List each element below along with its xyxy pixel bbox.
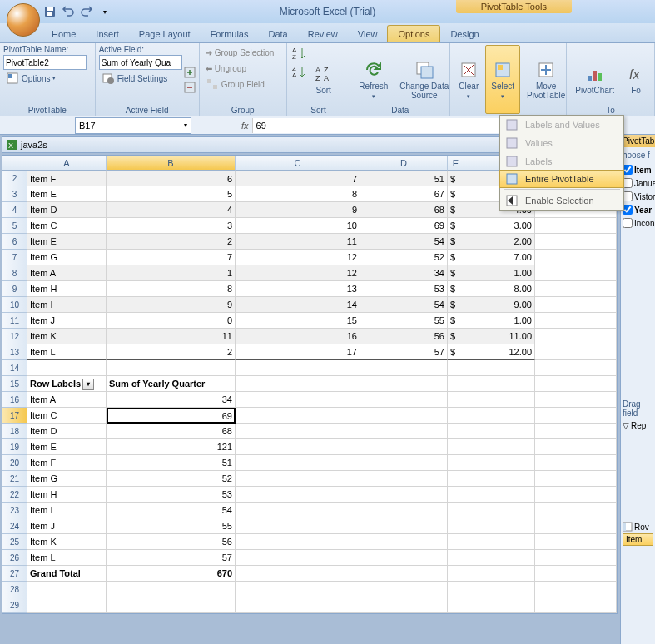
cell[interactable]: 7 xyxy=(236,171,360,186)
tab-review[interactable]: Review xyxy=(298,26,348,42)
cell[interactable]: Item F xyxy=(27,171,107,186)
cell[interactable]: 4 xyxy=(107,202,236,218)
cell[interactable]: $ xyxy=(448,329,464,344)
row-header[interactable]: 2 xyxy=(2,171,27,186)
cell[interactable] xyxy=(448,582,464,597)
col-header-E[interactable]: E xyxy=(448,156,464,171)
cell[interactable] xyxy=(236,550,360,566)
cell[interactable] xyxy=(464,455,535,471)
cell[interactable]: 3.00 xyxy=(464,218,535,234)
cell[interactable] xyxy=(464,392,535,408)
pivot-options-button[interactable]: Options ▾ xyxy=(3,71,87,86)
cell[interactable]: 11 xyxy=(236,234,360,250)
cell[interactable]: Item A xyxy=(27,392,107,408)
cell[interactable] xyxy=(448,597,464,613)
cell[interactable] xyxy=(448,408,464,424)
field-settings-button[interactable]: Field Settings xyxy=(99,71,182,86)
cell[interactable] xyxy=(448,455,464,471)
pivot-name-input[interactable] xyxy=(3,55,87,70)
cell[interactable] xyxy=(535,424,617,439)
cell[interactable]: 51 xyxy=(360,171,448,186)
cell[interactable]: Item I xyxy=(27,503,107,518)
cell[interactable]: 53 xyxy=(360,281,448,297)
cell[interactable]: 68 xyxy=(360,202,448,218)
cell[interactable] xyxy=(236,582,360,597)
cell[interactable]: 54 xyxy=(360,297,448,313)
cell[interactable]: 67 xyxy=(360,186,448,202)
cell[interactable]: 0 xyxy=(107,313,236,329)
cell[interactable]: 53 xyxy=(107,487,236,503)
cell[interactable] xyxy=(464,503,535,518)
pivot-values-header[interactable]: Sum of Yearly Quarter xyxy=(107,376,236,392)
cell[interactable] xyxy=(535,597,617,613)
cell[interactable]: 2 xyxy=(107,344,236,360)
col-header-B[interactable]: B xyxy=(107,156,236,171)
row-header[interactable]: 6 xyxy=(2,234,27,250)
save-icon[interactable] xyxy=(42,3,58,20)
cell[interactable]: $ xyxy=(448,171,464,186)
cell[interactable]: 57 xyxy=(107,550,236,566)
cell[interactable] xyxy=(535,566,617,582)
row-header[interactable]: 11 xyxy=(2,313,27,329)
cell[interactable]: 54 xyxy=(360,234,448,250)
tab-insert[interactable]: Insert xyxy=(86,26,129,42)
cell[interactable] xyxy=(448,376,464,392)
cell[interactable]: 9.00 xyxy=(464,297,535,313)
cell[interactable] xyxy=(535,313,617,329)
cell[interactable]: $ xyxy=(448,297,464,313)
cell[interactable] xyxy=(107,597,236,613)
cell[interactable] xyxy=(236,566,360,582)
cell[interactable] xyxy=(464,439,535,455)
cell[interactable] xyxy=(448,518,464,534)
cell[interactable] xyxy=(535,360,617,376)
field-check-item[interactable]: Item xyxy=(623,163,653,176)
row-header[interactable]: 8 xyxy=(2,265,27,281)
cell[interactable] xyxy=(464,360,535,376)
row-header[interactable]: 21 xyxy=(2,471,27,487)
cell[interactable]: Item E xyxy=(27,186,107,202)
cell[interactable] xyxy=(448,471,464,487)
row-header[interactable]: 5 xyxy=(2,218,27,234)
grand-total-value[interactable]: 670 xyxy=(107,566,236,582)
cell[interactable]: Item E xyxy=(27,234,107,250)
row-header[interactable]: 27 xyxy=(2,566,27,582)
row-header[interactable]: 19 xyxy=(2,439,27,455)
cell[interactable]: 56 xyxy=(360,329,448,344)
cell[interactable]: 1.00 xyxy=(464,313,535,329)
row-field-item[interactable]: Item xyxy=(623,533,653,546)
redo-icon[interactable] xyxy=(78,3,95,20)
row-header[interactable]: 16 xyxy=(2,392,27,408)
cell[interactable] xyxy=(360,550,448,566)
undo-icon[interactable] xyxy=(60,3,77,20)
row-header[interactable]: 23 xyxy=(2,503,27,518)
cell[interactable]: Item L xyxy=(27,344,107,360)
cell[interactable] xyxy=(535,344,617,360)
cell[interactable] xyxy=(236,360,360,376)
cell[interactable] xyxy=(535,455,617,471)
cell[interactable] xyxy=(236,376,360,392)
menu-enable-selection[interactable]: Enable Selection xyxy=(500,191,623,210)
cell[interactable]: 9 xyxy=(236,202,360,218)
cell[interactable] xyxy=(535,503,617,518)
cell[interactable] xyxy=(535,234,617,250)
cell[interactable] xyxy=(107,582,236,597)
cell[interactable]: 56 xyxy=(107,534,236,550)
cell[interactable]: $ xyxy=(448,265,464,281)
active-field-input[interactable] xyxy=(99,55,182,70)
cell[interactable]: Item C xyxy=(27,218,107,234)
cell[interactable] xyxy=(464,376,535,392)
cell[interactable] xyxy=(535,408,617,424)
cell[interactable] xyxy=(448,503,464,518)
sort-desc-icon[interactable]: ZA xyxy=(290,63,307,80)
cell[interactable] xyxy=(448,392,464,408)
cell[interactable]: Item D xyxy=(27,202,107,218)
col-header-C[interactable]: C xyxy=(236,156,360,171)
cell[interactable]: Item C xyxy=(27,408,107,424)
field-check-vistor[interactable]: Vistor xyxy=(623,190,653,203)
tab-view[interactable]: View xyxy=(348,26,388,42)
cell[interactable] xyxy=(360,566,448,582)
tab-design[interactable]: Design xyxy=(440,26,489,42)
cell[interactable]: 34 xyxy=(107,392,236,408)
cell[interactable] xyxy=(236,471,360,487)
fx-icon[interactable]: fx xyxy=(241,121,249,131)
